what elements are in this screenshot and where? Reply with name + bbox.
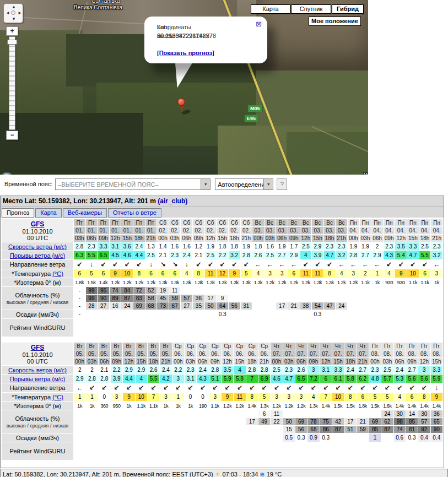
wind-speed-link[interactable]: Скорость ветра (м/с) [8, 367, 67, 373]
wind-speed-cell: 2 [86, 366, 98, 374]
hour-header-cell: 18h [133, 235, 145, 242]
isotherm-cell: 1.3k [258, 402, 270, 410]
cloud-high-cell: 36 [431, 410, 442, 418]
wind-direction-cell: ← [252, 260, 264, 269]
satellite-map[interactable]: Солтанівка Велика Солтанівка M05 E95 Коо… [0, 0, 368, 175]
model-link[interactable]: GFS [31, 220, 45, 228]
date-header-cell: 01. [145, 227, 157, 234]
day-header-cell: Вт [74, 343, 85, 350]
google-logo-letter: e [3, 171, 9, 175]
pan-center-icon[interactable] [11, 10, 15, 15]
wind-speed-cell: 2.7 [357, 366, 369, 374]
wind-gusts-link[interactable]: Порывы ветра (м/с) [10, 252, 65, 259]
zoom-in-button[interactable]: + [6, 26, 18, 36]
cloud-mid-cell [407, 295, 419, 302]
zoom-out-button[interactable]: − [6, 131, 18, 140]
wind-direction-cell: ↙ [295, 383, 307, 392]
wind-gust-cell: 2.5 [205, 251, 217, 259]
cloud-high-cell [172, 410, 184, 418]
timezone-select[interactable]: –ВЫБЕРИТЕ ВРЕМЕННОЙ ПОЯС– ▼ [55, 178, 210, 190]
isotherm-cell: 930 [384, 278, 395, 286]
chevron-down-icon[interactable]: ▼ [263, 179, 273, 189]
terms-link[interactable]: Условия использования [364, 172, 368, 175]
wind-direction-cell: ↙ [241, 260, 252, 269]
isotherm-cell: 1.2k [295, 402, 307, 410]
timezone-bar: Временной пояс: –ВЫБЕРИТЕ ВРЕМЕННОЙ ПОЯС… [0, 175, 448, 194]
map-type-button-map[interactable]: Карта [251, 4, 290, 14]
pan-left-icon[interactable]: ◄ [6, 10, 10, 15]
wind-direction-cell: ↙ [344, 383, 356, 392]
map-pin[interactable] [177, 98, 185, 106]
chevron-down-icon[interactable]: ▼ [201, 179, 210, 189]
wind-gust-cell: 4.6 [121, 251, 133, 259]
isotherm-cell: 1.3k [307, 402, 319, 410]
day-header-cell: Пт [98, 219, 109, 226]
hour-header-cell: 18h [148, 358, 159, 365]
isotherm-cell: 190 [197, 402, 208, 410]
zoom-slider-handle[interactable] [7, 40, 17, 45]
day-header-cell: Ср [258, 343, 270, 350]
wind-speed-cell: 2.3 [369, 366, 381, 374]
tab-forecast[interactable]: Прогноз [2, 208, 34, 218]
cloud-mid-cell: 57 [418, 418, 430, 425]
precipitation-cell [181, 310, 192, 318]
help-button[interactable]: ? [277, 178, 287, 190]
map-pan-control[interactable]: ▲ ◄ ► ▼ [3, 3, 23, 23]
precipitation-cell [288, 310, 300, 318]
pan-down-icon[interactable]: ▼ [12, 17, 16, 21]
wind-gust-cell: 5.1 [209, 375, 221, 383]
timezone-label: Временной пояс: [4, 178, 52, 187]
wind-gusts-link[interactable]: Порывы ветра (м/с) [10, 376, 65, 382]
map-type-button-satellite[interactable]: Спутник [291, 4, 331, 14]
temperature-cell: 11 [205, 269, 217, 278]
wind-gust-cell: 4.4 [133, 251, 145, 259]
zoom-slider-track[interactable] [9, 36, 15, 130]
hour-header-cell: 06h [86, 235, 98, 242]
temperature-cell: 4 [307, 393, 319, 401]
isotherm-cell: 1.8k [74, 278, 85, 286]
isotherm-cell: 1.2k [300, 278, 312, 286]
pan-right-icon[interactable]: ► [18, 10, 22, 15]
wind-direction-cell: ↙ [369, 383, 381, 392]
precipitation-cell [357, 433, 369, 442]
wind-direction-cell: ↙ [185, 383, 196, 392]
wind-speed-cell: 3.1 [320, 366, 332, 374]
temp-unit-link[interactable]: (°C) [52, 270, 63, 277]
hour-header-cell: 06h [276, 235, 288, 242]
show-forecast-link[interactable]: [Показать прогноз] [157, 50, 214, 56]
temp-unit-link[interactable]: (°C) [52, 394, 63, 400]
precipitation-cell [145, 310, 157, 318]
date-header-cell: 03. [300, 227, 312, 234]
model-link[interactable]: GFS [31, 344, 45, 351]
day-header-cell: Сб [181, 219, 192, 226]
cloud-high-cell [229, 287, 240, 294]
wind-speed-cell: 2.3 [431, 242, 442, 251]
tab-map[interactable]: Карта [35, 208, 61, 218]
tab-wind-reports[interactable]: Отчеты о ветре [108, 208, 161, 218]
day-header-cell: Чт [295, 343, 307, 350]
wind-speed-cell: 1.2 [193, 242, 204, 251]
day-header-cell: Ср [172, 343, 184, 350]
cloud-mid-cell [395, 295, 407, 302]
date-header-cell: 04. [419, 227, 431, 234]
map-type-button-hybrid[interactable]: Гибрид [332, 4, 364, 14]
wind-gust-cell: 7.2 [307, 375, 319, 383]
spot-link[interactable]: (air_club) [158, 197, 187, 205]
autodetect-select[interactable]: Автоопределение ▼ [215, 178, 273, 190]
close-icon[interactable]: ⊠ [256, 20, 262, 28]
pan-up-icon[interactable]: ▲ [12, 4, 16, 9]
cloud-low-cell: 92 [418, 426, 430, 433]
road-badge-m05: M05 [247, 105, 263, 112]
wind-speed-cell: 2.8 [258, 366, 270, 374]
wind-speed-cell: 1.8 [229, 242, 240, 251]
hour-header-cell: 15h [332, 358, 344, 365]
wind-speed-link[interactable]: Скорость ветра (м/с) [8, 243, 67, 250]
tab-webcams[interactable]: Веб-камеры [63, 208, 107, 218]
wind-speed-cell: 4 [234, 366, 245, 374]
date-header-cell: 04. [360, 227, 371, 234]
temperature-cell: 9 [222, 393, 233, 401]
isotherm-cell: 1.1k [148, 402, 159, 410]
my-location-button[interactable]: Мое положение [309, 17, 361, 26]
wind-gust-cell: 6.5 [98, 251, 109, 259]
cloud-mid-cell: 58 [145, 295, 157, 302]
